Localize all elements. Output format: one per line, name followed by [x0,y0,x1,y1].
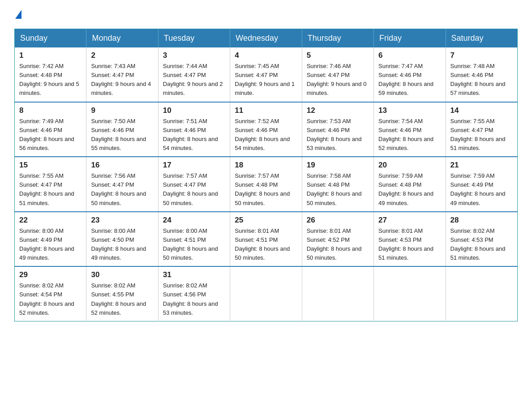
day-info: Sunrise: 7:47 AM Sunset: 4:46 PM Dayligh… [378,62,441,98]
day-info: Sunrise: 7:44 AM Sunset: 4:47 PM Dayligh… [163,62,225,98]
day-info: Sunrise: 7:50 AM Sunset: 4:46 PM Dayligh… [91,117,153,153]
calendar-cell: 23 Sunrise: 8:00 AM Sunset: 4:50 PM Dayl… [86,212,158,267]
day-info: Sunrise: 8:01 AM Sunset: 4:51 PM Dayligh… [235,227,297,263]
calendar-cell: 14 Sunrise: 7:55 AM Sunset: 4:47 PM Dayl… [446,102,517,157]
calendar-cell: 8 Sunrise: 7:49 AM Sunset: 4:46 PM Dayli… [15,102,86,157]
day-info: Sunrise: 7:54 AM Sunset: 4:46 PM Dayligh… [378,117,441,153]
col-header-tuesday: Tuesday [158,29,230,48]
day-info: Sunrise: 8:00 AM Sunset: 4:50 PM Dayligh… [91,227,153,263]
calendar-cell: 11 Sunrise: 7:52 AM Sunset: 4:46 PM Dayl… [230,102,302,157]
logo-triangle-icon [15,10,21,19]
day-info: Sunrise: 7:57 AM Sunset: 4:47 PM Dayligh… [163,171,225,208]
day-number: 1 [19,51,82,60]
day-info: Sunrise: 7:45 AM Sunset: 4:47 PM Dayligh… [235,62,297,98]
day-info: Sunrise: 7:46 AM Sunset: 4:47 PM Dayligh… [307,62,369,98]
day-number: 7 [450,51,513,60]
day-info: Sunrise: 7:51 AM Sunset: 4:46 PM Dayligh… [163,117,225,153]
day-info: Sunrise: 7:59 AM Sunset: 4:49 PM Dayligh… [450,171,513,208]
calendar-cell: 13 Sunrise: 7:54 AM Sunset: 4:46 PM Dayl… [374,102,446,157]
day-number: 23 [91,216,153,225]
day-number: 2 [91,51,153,60]
calendar-table: SundayMondayTuesdayWednesdayThursdayFrid… [14,29,518,321]
day-number: 26 [307,216,369,225]
calendar-cell: 31 Sunrise: 8:02 AM Sunset: 4:56 PM Dayl… [158,266,230,321]
day-number: 8 [19,106,82,115]
day-number: 30 [91,270,153,279]
logo [14,11,21,20]
day-info: Sunrise: 8:02 AM Sunset: 4:54 PM Dayligh… [19,281,82,317]
col-header-friday: Friday [374,29,446,48]
calendar-cell [302,266,373,321]
day-number: 28 [450,216,513,225]
calendar-cell: 21 Sunrise: 7:59 AM Sunset: 4:49 PM Dayl… [446,157,517,212]
calendar-cell: 1 Sunrise: 7:42 AM Sunset: 4:48 PM Dayli… [15,47,86,102]
day-number: 22 [19,216,82,225]
day-number: 15 [19,161,82,170]
day-info: Sunrise: 8:02 AM Sunset: 4:53 PM Dayligh… [450,227,513,263]
day-info: Sunrise: 7:57 AM Sunset: 4:48 PM Dayligh… [235,171,297,208]
day-number: 14 [450,106,513,115]
calendar-cell: 5 Sunrise: 7:46 AM Sunset: 4:47 PM Dayli… [302,47,373,102]
day-info: Sunrise: 7:49 AM Sunset: 4:46 PM Dayligh… [19,117,82,153]
day-number: 13 [378,106,441,115]
day-number: 20 [378,161,441,170]
day-number: 19 [307,161,369,170]
day-info: Sunrise: 7:55 AM Sunset: 4:47 PM Dayligh… [19,171,82,208]
day-number: 24 [163,216,225,225]
calendar-week-row: 1 Sunrise: 7:42 AM Sunset: 4:48 PM Dayli… [15,47,518,102]
calendar-cell: 28 Sunrise: 8:02 AM Sunset: 4:53 PM Dayl… [446,212,517,267]
day-info: Sunrise: 7:43 AM Sunset: 4:47 PM Dayligh… [91,62,153,98]
day-number: 10 [163,106,225,115]
day-number: 18 [235,161,297,170]
calendar-cell [230,266,302,321]
calendar-cell: 29 Sunrise: 8:02 AM Sunset: 4:54 PM Dayl… [15,266,86,321]
calendar-cell [374,266,446,321]
day-info: Sunrise: 8:01 AM Sunset: 4:52 PM Dayligh… [307,227,369,263]
calendar-cell: 3 Sunrise: 7:44 AM Sunset: 4:47 PM Dayli… [158,47,230,102]
calendar-cell: 30 Sunrise: 8:02 AM Sunset: 4:55 PM Dayl… [86,266,158,321]
day-info: Sunrise: 7:55 AM Sunset: 4:47 PM Dayligh… [450,117,513,153]
calendar-cell: 19 Sunrise: 7:58 AM Sunset: 4:48 PM Dayl… [302,157,373,212]
day-number: 5 [307,51,369,60]
day-number: 6 [378,51,441,60]
day-number: 4 [235,51,297,60]
day-number: 29 [19,270,82,279]
calendar-cell: 26 Sunrise: 8:01 AM Sunset: 4:52 PM Dayl… [302,212,373,267]
day-number: 27 [378,216,441,225]
calendar-week-row: 29 Sunrise: 8:02 AM Sunset: 4:54 PM Dayl… [15,266,518,321]
day-number: 17 [163,161,225,170]
calendar-header-row: SundayMondayTuesdayWednesdayThursdayFrid… [15,29,518,48]
day-info: Sunrise: 8:01 AM Sunset: 4:53 PM Dayligh… [378,227,441,263]
calendar-cell: 15 Sunrise: 7:55 AM Sunset: 4:47 PM Dayl… [15,157,86,212]
day-info: Sunrise: 7:58 AM Sunset: 4:48 PM Dayligh… [307,171,369,208]
calendar-cell: 16 Sunrise: 7:56 AM Sunset: 4:47 PM Dayl… [86,157,158,212]
day-info: Sunrise: 7:53 AM Sunset: 4:46 PM Dayligh… [307,117,369,153]
day-info: Sunrise: 7:59 AM Sunset: 4:48 PM Dayligh… [378,171,441,208]
calendar-cell: 24 Sunrise: 8:00 AM Sunset: 4:51 PM Dayl… [158,212,230,267]
day-info: Sunrise: 7:52 AM Sunset: 4:46 PM Dayligh… [235,117,297,153]
day-info: Sunrise: 8:00 AM Sunset: 4:49 PM Dayligh… [19,227,82,263]
calendar-cell: 2 Sunrise: 7:43 AM Sunset: 4:47 PM Dayli… [86,47,158,102]
calendar-cell [446,266,517,321]
calendar-cell: 12 Sunrise: 7:53 AM Sunset: 4:46 PM Dayl… [302,102,373,157]
calendar-cell: 27 Sunrise: 8:01 AM Sunset: 4:53 PM Dayl… [374,212,446,267]
calendar-cell: 4 Sunrise: 7:45 AM Sunset: 4:47 PM Dayli… [230,47,302,102]
page-header [14,11,518,20]
day-info: Sunrise: 8:02 AM Sunset: 4:55 PM Dayligh… [91,281,153,317]
calendar-week-row: 15 Sunrise: 7:55 AM Sunset: 4:47 PM Dayl… [15,157,518,212]
calendar-cell: 18 Sunrise: 7:57 AM Sunset: 4:48 PM Dayl… [230,157,302,212]
day-info: Sunrise: 7:42 AM Sunset: 4:48 PM Dayligh… [19,62,82,98]
calendar-cell: 25 Sunrise: 8:01 AM Sunset: 4:51 PM Dayl… [230,212,302,267]
calendar-cell: 22 Sunrise: 8:00 AM Sunset: 4:49 PM Dayl… [15,212,86,267]
day-number: 12 [307,106,369,115]
calendar-cell: 6 Sunrise: 7:47 AM Sunset: 4:46 PM Dayli… [374,47,446,102]
calendar-cell: 20 Sunrise: 7:59 AM Sunset: 4:48 PM Dayl… [374,157,446,212]
calendar-week-row: 8 Sunrise: 7:49 AM Sunset: 4:46 PM Dayli… [15,102,518,157]
col-header-thursday: Thursday [302,29,373,48]
day-number: 16 [91,161,153,170]
day-number: 9 [91,106,153,115]
calendar-cell: 9 Sunrise: 7:50 AM Sunset: 4:46 PM Dayli… [86,102,158,157]
day-number: 21 [450,161,513,170]
col-header-sunday: Sunday [15,29,86,48]
col-header-wednesday: Wednesday [230,29,302,48]
